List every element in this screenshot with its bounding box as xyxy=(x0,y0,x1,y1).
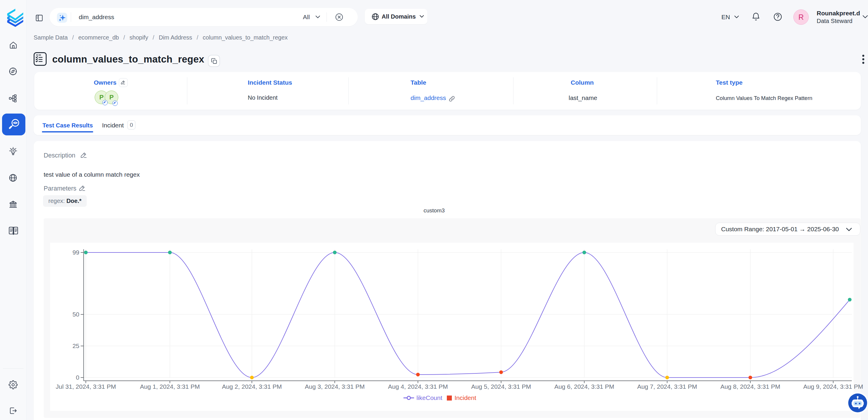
svg-text:0: 0 xyxy=(76,374,79,381)
svg-text:likeCount: likeCount xyxy=(416,394,442,401)
svg-text:Aug 2, 2024, 3:31 PM: Aug 2, 2024, 3:31 PM xyxy=(222,383,282,390)
svg-text:Aug 3, 2024, 3:31 PM: Aug 3, 2024, 3:31 PM xyxy=(305,383,365,390)
svg-text:Jul 31, 2024, 3:31 PM: Jul 31, 2024, 3:31 PM xyxy=(56,383,116,390)
svg-text:Incident: Incident xyxy=(455,394,476,401)
svg-text:99: 99 xyxy=(72,249,79,256)
svg-text:Aug 7, 2024, 3:31 PM: Aug 7, 2024, 3:31 PM xyxy=(637,383,697,390)
svg-text:Aug 9, 2024, 3:31 PM: Aug 9, 2024, 3:31 PM xyxy=(803,383,863,390)
svg-text:25: 25 xyxy=(72,342,79,349)
svg-text:Aug 5, 2024, 3:31 PM: Aug 5, 2024, 3:31 PM xyxy=(471,383,531,390)
svg-text:Aug 6, 2024, 3:31 PM: Aug 6, 2024, 3:31 PM xyxy=(554,383,614,390)
svg-text:Aug 8, 2024, 3:31 PM: Aug 8, 2024, 3:31 PM xyxy=(720,383,780,390)
svg-text:Aug 4, 2024, 3:31 PM: Aug 4, 2024, 3:31 PM xyxy=(388,383,448,390)
svg-text:Aug 1, 2024, 3:31 PM: Aug 1, 2024, 3:31 PM xyxy=(140,383,200,390)
svg-text:50: 50 xyxy=(72,311,79,318)
